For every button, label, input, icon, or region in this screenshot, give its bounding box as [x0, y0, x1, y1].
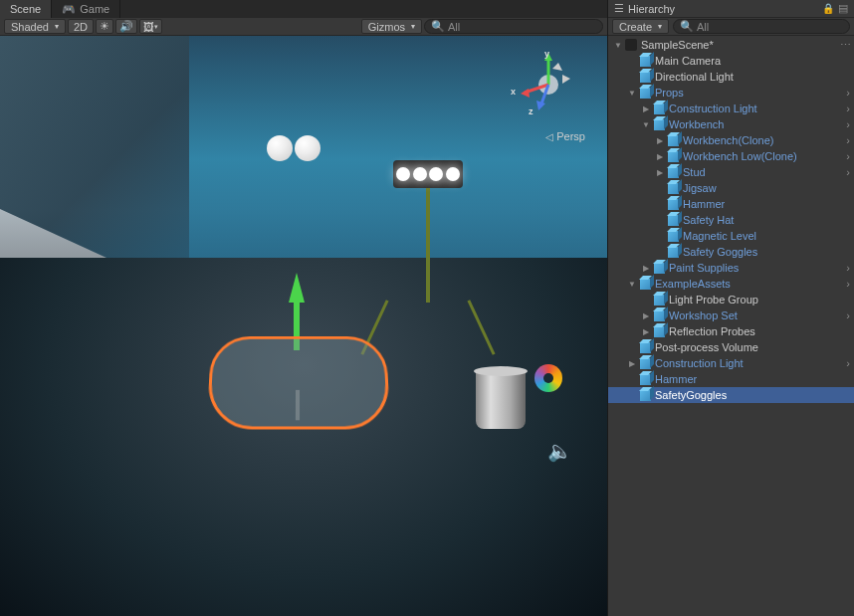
search-icon: 🔍: [431, 20, 445, 33]
scene-worklight: [393, 160, 463, 303]
scene-search[interactable]: 🔍All: [424, 19, 603, 34]
tab-game-label: Game: [80, 3, 109, 15]
tree-row[interactable]: ▶Workbench Low(Clone)›: [608, 148, 854, 164]
expand-arrow[interactable]: ▼: [626, 280, 638, 289]
scene-menu-icon[interactable]: ⋯: [840, 39, 850, 52]
tree-row[interactable]: ▼ExampleAssets›: [608, 276, 854, 292]
orientation-gizmo[interactable]: y x z: [515, 51, 582, 118]
unity-scene-icon: [624, 38, 638, 52]
panel-menu-icon[interactable]: ▤: [838, 2, 848, 15]
tree-item-label: Construction Light: [669, 103, 757, 114]
audio-toggle[interactable]: 🔊: [115, 19, 137, 34]
game-icon: 🎮: [62, 3, 76, 16]
tree-row[interactable]: ▼Props›: [608, 85, 854, 101]
tree-row[interactable]: Magnetic Level: [608, 228, 854, 244]
tree-row[interactable]: ▼Workbench›: [608, 116, 854, 132]
scene-spheres: [267, 135, 320, 161]
gameobject-cube-icon: [638, 70, 652, 84]
tree-row[interactable]: ▶Construction Light›: [608, 101, 854, 116]
tree-item-label: Jigsaw: [683, 182, 717, 194]
gizmos-dropdown[interactable]: Gizmos: [361, 19, 422, 34]
gizmo-x-label: x: [511, 87, 516, 97]
tree-row[interactable]: Light Probe Group: [608, 292, 854, 308]
image-icon: 🖼: [143, 21, 154, 33]
prefab-open-icon[interactable]: ›: [846, 134, 850, 146]
scene-pane: Scene 🎮Game Shaded 2D ☀ 🔊 🖼▾ Gizmos 🔍All…: [0, 0, 607, 616]
prefab-open-icon[interactable]: ›: [846, 118, 850, 130]
gameobject-cube-icon: [638, 86, 652, 100]
create-dropdown[interactable]: Create: [612, 19, 669, 34]
tree-item-label: Workshop Set: [669, 309, 738, 321]
projection-label[interactable]: ◁ Persp: [545, 130, 585, 142]
tree-item-label: Magnetic Level: [683, 230, 756, 242]
prefab-open-icon[interactable]: ›: [846, 166, 850, 178]
create-label: Create: [619, 21, 652, 33]
tree-row[interactable]: ▶Workshop Set›: [608, 308, 854, 323]
gameobject-cube-icon: [652, 308, 666, 322]
expand-arrow[interactable]: ▶: [640, 264, 652, 273]
prefab-open-icon[interactable]: ›: [846, 103, 850, 114]
scene-bucket: [476, 369, 526, 429]
shading-dropdown[interactable]: Shaded: [4, 19, 66, 34]
tree-row[interactable]: ▶Reflection Probes: [608, 323, 854, 339]
tree-item-label: Props: [655, 87, 684, 99]
tab-scene[interactable]: Scene: [0, 0, 52, 18]
scene-viewport[interactable]: 🔈 y x z ◁ Persp: [0, 36, 607, 616]
expand-arrow[interactable]: ▼: [626, 89, 638, 98]
hierarchy-search[interactable]: 🔍All: [673, 19, 850, 34]
mode-2d-button[interactable]: 2D: [68, 19, 94, 34]
tree-row[interactable]: Main Camera: [608, 53, 854, 69]
expand-arrow[interactable]: ▼: [640, 120, 652, 129]
audio-source-icon: 🔈: [547, 439, 572, 463]
tree-row[interactable]: ▶Paint Supplies›: [608, 260, 854, 276]
expand-arrow[interactable]: ▶: [654, 168, 666, 177]
tree-row[interactable]: Safety Goggles: [608, 244, 854, 260]
scene-tab-bar: Scene 🎮Game: [0, 0, 607, 18]
tree-row[interactable]: Hammer: [608, 196, 854, 212]
hierarchy-pane: ☰ Hierarchy 🔒 ▤ Create 🔍All ▼SampleScene…: [607, 0, 854, 616]
hierarchy-title: Hierarchy: [628, 3, 818, 15]
move-gizmo-y-axis[interactable]: [289, 273, 305, 303]
expand-arrow[interactable]: ▶: [654, 136, 666, 145]
expand-arrow[interactable]: ▶: [626, 359, 638, 368]
gameobject-cube-icon: [666, 245, 680, 259]
selected-object-goggles[interactable]: [206, 336, 390, 430]
tree-row[interactable]: ▶Workbench(Clone)›: [608, 132, 854, 148]
hierarchy-icon: ☰: [614, 2, 624, 15]
expand-arrow[interactable]: ▶: [640, 311, 652, 320]
gameobject-cube-icon: [666, 197, 680, 211]
tree-row[interactable]: Directional Light: [608, 69, 854, 85]
hierarchy-toolbar: Create 🔍All: [608, 18, 854, 36]
expand-arrow[interactable]: ▶: [654, 152, 666, 161]
tree-item-label: Workbench(Clone): [683, 134, 774, 146]
prefab-open-icon[interactable]: ›: [846, 309, 850, 321]
lighting-toggle[interactable]: ☀: [96, 19, 113, 34]
prefab-open-icon[interactable]: ›: [846, 150, 850, 162]
prefab-open-icon[interactable]: ›: [846, 262, 850, 274]
tree-row[interactable]: Hammer: [608, 371, 854, 387]
gameobject-cube-icon: [638, 54, 652, 68]
tree-item-label: Hammer: [683, 198, 725, 210]
prefab-open-icon[interactable]: ›: [846, 357, 850, 369]
gameobject-cube-icon: [638, 356, 652, 370]
tree-item-label: ExampleAssets: [655, 278, 731, 290]
lock-icon[interactable]: 🔒: [822, 3, 834, 14]
tree-row[interactable]: ▶Construction Light›: [608, 355, 854, 371]
gameobject-cube-icon: [638, 388, 652, 402]
tree-row[interactable]: ▶Stud›: [608, 164, 854, 180]
tree-row[interactable]: Jigsaw: [608, 180, 854, 196]
tab-game[interactable]: 🎮Game: [52, 0, 120, 18]
scene-search-placeholder: All: [448, 21, 460, 33]
expand-arrow[interactable]: ▶: [640, 104, 652, 113]
tree-row[interactable]: Post-process Volume: [608, 339, 854, 355]
expand-arrow[interactable]: ▼: [612, 41, 624, 50]
expand-arrow[interactable]: ▶: [640, 327, 652, 336]
gameobject-cube-icon: [666, 165, 680, 179]
prefab-open-icon[interactable]: ›: [846, 87, 850, 99]
prefab-open-icon[interactable]: ›: [846, 278, 850, 290]
tree-row[interactable]: Safety Hat: [608, 212, 854, 228]
tree-row[interactable]: SafetyGoggles: [608, 387, 854, 403]
fx-toggle[interactable]: 🖼▾: [139, 19, 162, 34]
tree-row[interactable]: ▼SampleScene*⋯: [608, 37, 854, 53]
hierarchy-tree[interactable]: ▼SampleScene*⋯Main CameraDirectional Lig…: [608, 36, 854, 616]
